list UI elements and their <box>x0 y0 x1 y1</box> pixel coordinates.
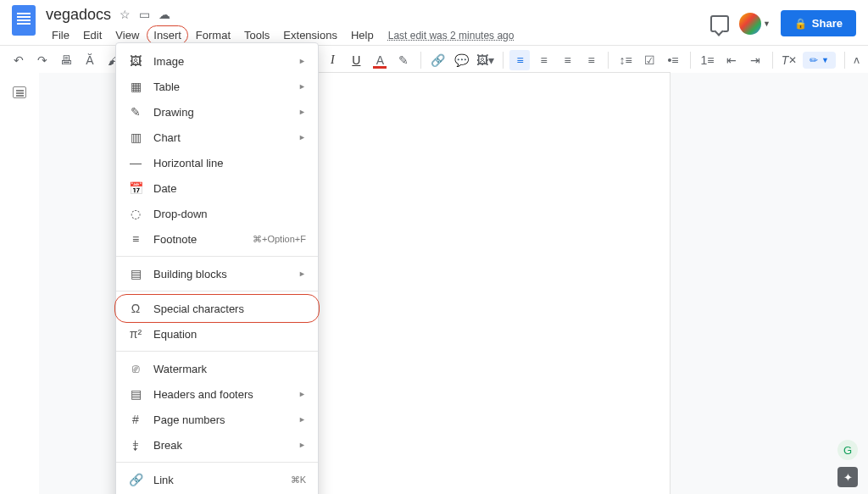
insert-menu-item-building-blocks[interactable]: ▤Building blocks► <box>116 261 318 286</box>
share-button[interactable]: 🔒 Share <box>781 10 856 36</box>
move-icon[interactable]: ▭ <box>139 8 150 21</box>
underline-button[interactable]: U <box>346 50 366 70</box>
decrease-indent-button[interactable]: ⇤ <box>721 50 742 70</box>
menu-tools[interactable]: Tools <box>238 26 275 44</box>
comment-history-icon[interactable] <box>710 15 729 32</box>
building-blocks-icon: ▤ <box>128 267 143 280</box>
insert-menu-item-page-numbers[interactable]: #Page numbers► <box>116 407 318 432</box>
insert-menu-item-image[interactable]: 🖼Image► <box>116 48 318 74</box>
document-outline-icon[interactable] <box>13 86 26 98</box>
align-justify-button[interactable]: ≡ <box>581 50 601 70</box>
menu-item-label: Drop-down <box>153 208 208 220</box>
insert-menu-item-drawing[interactable]: ✎Drawing► <box>116 99 318 125</box>
menu-item-label: Special characters <box>153 303 244 315</box>
chart-icon: ▥ <box>128 130 143 144</box>
menu-item-label: Watermark <box>153 363 207 375</box>
menu-format[interactable]: Format <box>190 26 236 44</box>
bulleted-list-button[interactable]: •≡ <box>663 50 683 70</box>
clear-formatting-button[interactable]: T✕ <box>779 50 799 70</box>
submenu-arrow-icon: ► <box>298 133 306 142</box>
submenu-arrow-icon: ► <box>298 82 306 91</box>
menu-edit[interactable]: Edit <box>77 26 108 44</box>
insert-menu-item-date[interactable]: 📅Date <box>116 175 318 201</box>
drawing-icon: ✎ <box>128 105 143 119</box>
menu-item-label: Link <box>153 474 174 486</box>
print-button[interactable]: 🖶 <box>56 50 76 70</box>
horizontal-line-icon: — <box>128 156 143 169</box>
document-title[interactable]: vegadocs <box>46 6 111 24</box>
star-icon[interactable]: ☆ <box>120 8 131 21</box>
menu-item-label: Horizontal line <box>153 157 223 169</box>
table-icon: ▦ <box>128 80 143 93</box>
spellcheck-button[interactable]: Ă <box>80 50 100 70</box>
menu-item-label: Headers and footers <box>153 388 253 401</box>
pencil-icon: ✏ <box>810 54 818 66</box>
insert-menu-item-break[interactable]: ⭽Break► <box>116 432 318 458</box>
italic-button[interactable]: I <box>322 50 342 70</box>
insert-menu-item-drop-down[interactable]: ◌Drop-down <box>116 201 318 226</box>
hide-menus-button[interactable]: ʌ <box>854 54 860 66</box>
align-left-button[interactable]: ≡ <box>509 50 530 70</box>
lock-icon: 🔒 <box>794 18 807 30</box>
menu-file[interactable]: File <box>46 26 75 44</box>
editing-mode-button[interactable]: ✏ ▼ <box>803 52 836 69</box>
insert-menu-item-chart[interactable]: ▥Chart► <box>116 125 318 150</box>
keyboard-shortcut: ⌘+Option+F <box>253 234 306 245</box>
insert-image-button[interactable]: 🖼▾ <box>476 50 496 70</box>
redo-button[interactable]: ↷ <box>32 50 53 70</box>
increase-indent-button[interactable]: ⇥ <box>745 50 765 70</box>
insert-menu-item-horizontal-line[interactable]: —Horizontal line <box>116 150 318 175</box>
numbered-list-button[interactable]: 1≡ <box>698 50 718 70</box>
menu-item-label: Page numbers <box>153 414 225 426</box>
insert-menu-item-link[interactable]: 🔗Link⌘K <box>116 467 318 492</box>
share-button-label: Share <box>812 17 843 30</box>
menu-item-label: Table <box>153 80 180 93</box>
menu-separator <box>116 291 318 291</box>
menu-item-label: Break <box>153 439 182 452</box>
insert-menu-item-footnote[interactable]: ≡Footnote⌘+Option+F <box>116 226 318 252</box>
align-center-button[interactable]: ≡ <box>533 50 554 70</box>
menu-item-label: Footnote <box>153 233 197 246</box>
insert-menu-item-headers-and-footers[interactable]: ▤Headers and footers► <box>116 381 318 407</box>
equation-icon: π² <box>128 327 143 341</box>
footnote-icon: ≡ <box>128 232 143 246</box>
last-edit-link[interactable]: Last edit was 2 minutes ago <box>388 30 515 42</box>
submenu-arrow-icon: ► <box>298 441 306 449</box>
menu-item-label: Date <box>153 182 176 195</box>
line-spacing-button[interactable]: ↕≡ <box>615 50 636 70</box>
docs-logo[interactable] <box>12 5 36 36</box>
undo-button[interactable]: ↶ <box>8 50 29 70</box>
submenu-arrow-icon: ► <box>298 415 306 424</box>
menu-separator <box>116 351 318 352</box>
align-right-button[interactable]: ≡ <box>557 50 577 70</box>
menu-help[interactable]: Help <box>345 26 380 44</box>
cloud-status-icon[interactable]: ☁ <box>159 8 170 21</box>
submenu-arrow-icon: ► <box>298 269 306 278</box>
insert-menu-item-special-characters[interactable]: ΩSpecial characters <box>116 296 318 321</box>
grammarly-fab[interactable]: G <box>837 440 858 460</box>
text-color-button[interactable]: A <box>370 50 390 70</box>
menu-item-label: Drawing <box>153 106 194 119</box>
image-icon: 🖼 <box>128 54 143 68</box>
menu-item-label: Chart <box>153 131 181 144</box>
highlight-color-button[interactable]: ✎ <box>393 50 414 70</box>
caret-down-icon: ▼ <box>763 19 771 28</box>
menu-item-label: Image <box>153 55 184 68</box>
menu-extensions[interactable]: Extensions <box>277 26 343 44</box>
insert-menu-item-watermark[interactable]: ⎚Watermark <box>116 356 318 381</box>
insert-menu-item-equation[interactable]: π²Equation <box>116 321 318 347</box>
explore-fab[interactable]: ✦ <box>837 467 858 487</box>
separator <box>772 52 773 69</box>
menu-view[interactable]: View <box>109 26 145 44</box>
checklist-button[interactable]: ☑ <box>639 50 659 70</box>
special-characters-icon: Ω <box>128 302 143 315</box>
meet-dropdown[interactable]: ▼ <box>739 13 771 35</box>
add-comment-button[interactable]: 💬 <box>452 50 472 70</box>
link-icon: 🔗 <box>128 473 143 486</box>
meet-avatar-icon <box>739 13 761 35</box>
submenu-arrow-icon: ► <box>298 57 306 65</box>
insert-menu-item-table[interactable]: ▦Table► <box>116 74 318 99</box>
keyboard-shortcut: ⌘K <box>291 475 306 486</box>
separator <box>420 52 421 69</box>
insert-link-button[interactable]: 🔗 <box>428 50 448 70</box>
